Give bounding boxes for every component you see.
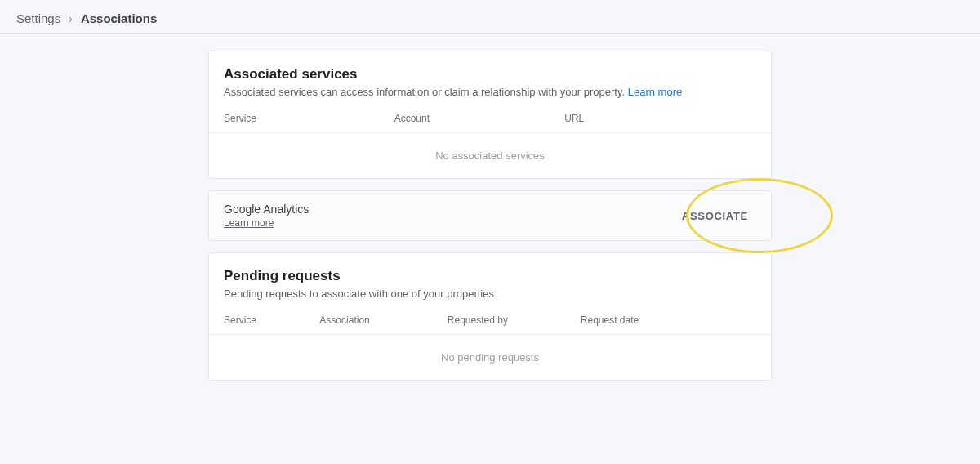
associated-services-learn-more-link[interactable]: Learn more	[628, 86, 682, 98]
col-pending-requested-by: Requested by	[448, 315, 581, 326]
google-analytics-card: Google Analytics Learn more ASSOCIATE	[208, 190, 772, 241]
col-service: Service	[224, 113, 394, 124]
col-pending-request-date: Request date	[581, 315, 756, 326]
google-analytics-title: Google Analytics	[224, 203, 309, 216]
col-url: URL	[564, 113, 756, 124]
associated-services-title: Associated services	[224, 66, 756, 83]
pending-requests-subtitle: Pending requests to associate with one o…	[224, 288, 756, 300]
pending-requests-card: Pending requests Pending requests to ass…	[208, 252, 772, 381]
associated-services-card: Associated services Associated services …	[208, 51, 772, 179]
breadcrumb: Settings › Associations	[0, 0, 980, 33]
header-divider	[0, 33, 980, 34]
associated-services-columns: Service Account URL	[224, 113, 756, 132]
google-analytics-learn-more-link[interactable]: Learn more	[224, 217, 274, 229]
breadcrumb-root[interactable]: Settings	[16, 11, 60, 25]
col-account: Account	[394, 113, 565, 124]
associated-services-subtitle: Associated services can access informati…	[224, 86, 756, 98]
associated-services-subtitle-text: Associated services can access informati…	[224, 86, 625, 98]
associated-services-empty: No associated services	[209, 132, 771, 178]
col-pending-service: Service	[224, 315, 319, 326]
pending-requests-columns: Service Association Requested by Request…	[224, 315, 756, 334]
pending-requests-empty: No pending requests	[209, 334, 771, 380]
associate-button[interactable]: ASSOCIATE	[674, 203, 756, 229]
chevron-right-icon: ›	[69, 12, 73, 25]
breadcrumb-current: Associations	[81, 11, 157, 25]
pending-requests-title: Pending requests	[224, 268, 756, 284]
col-pending-association: Association	[319, 315, 447, 326]
